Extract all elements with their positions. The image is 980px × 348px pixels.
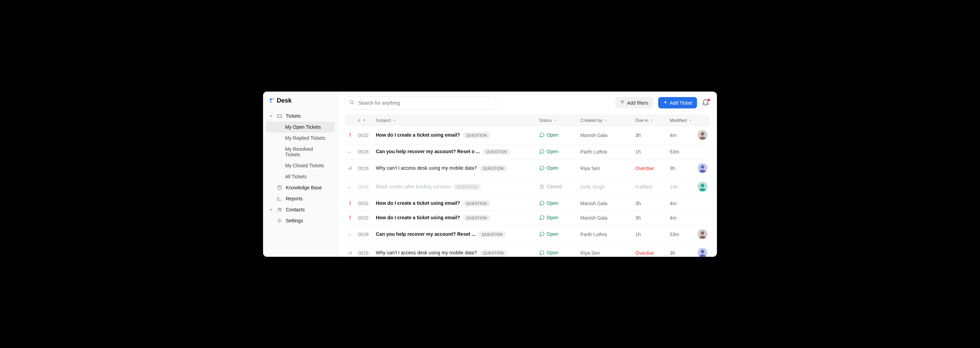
status-label: Open (547, 132, 558, 138)
due-in: Overdue (633, 159, 667, 177)
add-filters-button[interactable]: Add filters (615, 97, 653, 109)
notifications-button[interactable] (702, 99, 710, 107)
ticket-type-badge: QUESTION (463, 215, 490, 221)
ticket-number: 0034 (355, 177, 373, 196)
due-in: 1h (633, 225, 667, 244)
svg-rect-19 (540, 186, 543, 188)
priority-low-icon (348, 149, 352, 154)
sidebar-item-my-resolved-tickets[interactable]: My Resolved Tickets (266, 144, 335, 160)
due-in: 3h (633, 211, 667, 225)
add-ticket-button[interactable]: Add Ticket (658, 97, 697, 109)
column-modified-label: Modified (670, 118, 687, 123)
avatar[interactable] (698, 130, 707, 140)
priority-low-icon (348, 231, 352, 236)
svg-rect-30 (350, 252, 350, 254)
modified: 4m (667, 211, 695, 225)
modified: 53m (667, 145, 695, 159)
priority-urgent-icon (348, 201, 352, 206)
sidebar-group-label: Knowledge Base (286, 185, 322, 190)
ticket-type-badge: QUESTION (453, 184, 481, 190)
svg-rect-17 (350, 187, 350, 188)
table-row[interactable]: 0016Why can't I access desk using my mob… (345, 244, 710, 257)
svg-point-33 (701, 250, 704, 253)
ticket-subject: Why can't I access desk using my mobile … (376, 165, 477, 171)
status-badge: Open (539, 200, 558, 206)
sidebar-item-my-closed-tickets[interactable]: My Closed Tickets (266, 160, 335, 171)
column-subject[interactable]: Subject (373, 114, 536, 126)
sidebar-item-my-replied-tickets[interactable]: My Replied Tickets (266, 132, 335, 144)
sidebar-group-label: Settings (286, 218, 303, 223)
chart-icon (277, 196, 282, 201)
status-badge: Open (539, 231, 558, 237)
priority-low-icon (348, 184, 352, 189)
table-row[interactable]: 0032How do I create a ticket using email… (345, 211, 710, 225)
ticket-icon (277, 113, 282, 119)
status-badge: Open (539, 165, 558, 171)
column-number[interactable]: # (355, 114, 373, 126)
gear-icon (277, 218, 282, 223)
sidebar-group-contacts[interactable]: Contacts (263, 204, 338, 215)
avatar[interactable] (698, 163, 707, 173)
sidebar-group-label: Contacts (286, 207, 305, 212)
chevron-down-icon (269, 113, 274, 119)
ticket-number: 0016 (355, 244, 373, 257)
search (345, 96, 496, 109)
svg-rect-0 (278, 185, 281, 190)
created-by: Manish Gala (578, 196, 633, 211)
modified: 14h (667, 177, 695, 196)
ticket-subject-cell: Blank screen after loading contactsQUEST… (373, 177, 536, 196)
table-row[interactable]: 0034Blank screen after loading contactsQ… (345, 177, 710, 196)
due-in: 3h (633, 196, 667, 211)
sidebar-item-all-tickets[interactable]: All Tickets (266, 171, 335, 182)
table-row[interactable]: 0032How do I create a ticket using email… (345, 126, 710, 145)
modified: 4m (667, 196, 695, 211)
search-input[interactable] (345, 96, 496, 109)
tickets-table-wrap: # Subject Status (338, 114, 717, 257)
chevron-down-icon (269, 207, 274, 212)
avatar[interactable] (698, 248, 707, 257)
priority-urgent-icon (348, 132, 352, 137)
svg-point-22 (350, 204, 350, 205)
column-status[interactable]: Status (536, 114, 578, 126)
svg-rect-16 (348, 187, 349, 188)
sort-icon (604, 118, 608, 122)
created-by: Manish Gala (578, 126, 633, 145)
table-row[interactable]: 0032How do I create a ticket using email… (345, 196, 710, 211)
plus-icon (663, 100, 668, 106)
table-row[interactable]: 0016Why can't I access desk using my mob… (345, 159, 710, 177)
svg-rect-24 (348, 235, 349, 236)
table-row[interactable]: 0028Can you help recover my account? Res… (345, 225, 710, 244)
app-window: Desk TicketsMy Open TicketsMy Replied Ti… (263, 91, 717, 257)
column-priority[interactable] (345, 114, 355, 126)
bell-icon (702, 99, 710, 106)
svg-rect-31 (351, 251, 352, 254)
sort-icon (393, 118, 396, 122)
ticket-subject-cell: Why can't I access desk using my mobile … (373, 244, 536, 257)
modified: 3h (667, 244, 695, 257)
sidebar-group-reports[interactable]: Reports (263, 193, 338, 204)
svg-point-15 (701, 165, 704, 169)
svg-point-7 (701, 132, 704, 136)
ticket-subject-cell: Can you help recover my account? Reset .… (373, 225, 536, 244)
svg-rect-12 (350, 167, 350, 169)
sidebar-group-knowledge-base[interactable]: Knowledge Base (263, 182, 338, 193)
column-created-by[interactable]: Created by (578, 114, 633, 126)
svg-rect-11 (348, 168, 349, 170)
ticket-type-badge: QUESTION (463, 200, 490, 206)
created-by: Riya Sen (578, 244, 633, 257)
column-due-in[interactable]: Due in (633, 114, 667, 126)
sidebar-group-tickets[interactable]: Tickets (263, 110, 338, 121)
modified: 4m (667, 126, 695, 145)
avatar[interactable] (698, 229, 707, 239)
table-row[interactable]: 0028Can you help recover my account? Res… (345, 145, 710, 159)
add-ticket-label: Add Ticket (670, 100, 692, 106)
ticket-type-badge: QUESTION (483, 149, 510, 155)
column-created-by-label: Created by (581, 118, 603, 123)
ticket-subject: Can you help recover my account? Reset .… (376, 231, 476, 237)
column-modified[interactable]: Modified (667, 114, 695, 126)
sidebar-item-my-open-tickets[interactable]: My Open Tickets (266, 121, 335, 132)
svg-point-5 (350, 136, 350, 137)
ticket-number: 0028 (355, 225, 373, 244)
avatar[interactable] (698, 182, 707, 192)
sidebar-group-settings[interactable]: Settings (263, 215, 338, 226)
